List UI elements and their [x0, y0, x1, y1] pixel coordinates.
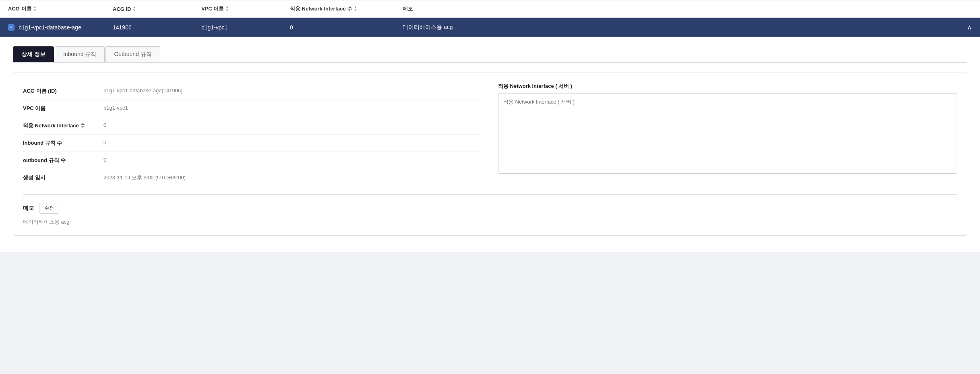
memo-title: 메모 — [23, 205, 34, 212]
row-checkbox[interactable]: ✓ — [8, 24, 14, 31]
detail-info-left: ACG 이름 (ID) b1g1-vpc1-database-age(14190… — [23, 83, 482, 186]
detail-content-container: ACG 이름 (ID) b1g1-vpc1-database-age(14190… — [13, 73, 967, 236]
row-acg-name-cell: ✓ b1g1-vpc1-database-age — [8, 24, 113, 31]
memo-content: 데이터베이스용 acg — [23, 218, 957, 226]
memo-header: 메모 수정 — [23, 203, 957, 214]
detail-info-right: 적용 Network Interface ( 서버 ) 적용 Network I… — [498, 83, 957, 186]
col-header-acg-id[interactable]: ACG ID ▲▼ — [113, 6, 201, 12]
row-memo-cell: 데이터베이스용 acg ∧ — [403, 23, 972, 31]
network-interface-section: 적용 Network Interface ( 서버 ) 적용 Network I… — [498, 83, 957, 174]
tab-inbound[interactable]: Inbound 규칙 — [55, 46, 105, 62]
detail-row-vpc-name: VPC 이름 b1g1-vpc1 — [23, 100, 482, 117]
col-header-acg-name[interactable]: ACG 이름 ▲▼ — [8, 5, 113, 12]
row-network-interface-cell: 0 — [290, 24, 403, 31]
network-interface-box-header: 적용 Network Interface ( 서버 ) — [503, 98, 952, 109]
sort-icon-acg-id: ▲▼ — [133, 6, 136, 12]
memo-section: 메모 수정 데이터베이스용 acg — [23, 194, 957, 226]
chevron-up-icon[interactable]: ∧ — [967, 23, 972, 31]
detail-panel: 상세 정보 Inbound 규칙 Outbound 규칙 ACG 이름 (ID)… — [0, 37, 980, 252]
sort-icon-network-interface: ▲▼ — [354, 6, 357, 12]
row-acg-id-cell: 141906 — [113, 24, 201, 31]
col-header-vpc-name[interactable]: VPC 이름 ▲▼ — [201, 5, 290, 12]
table-header: ACG 이름 ▲▼ ACG ID ▲▼ VPC 이름 ▲▼ 적용 Network… — [0, 0, 980, 18]
sort-icon-vpc-name: ▲▼ — [225, 6, 229, 12]
detail-row-created-at: 생성 일시 2023-11-19 오후 3:02 (UTC+09:00) — [23, 169, 482, 186]
memo-edit-button[interactable]: 수정 — [39, 203, 59, 214]
col-header-memo: 메모 — [403, 5, 972, 12]
tab-detail[interactable]: 상세 정보 — [13, 46, 54, 62]
detail-row-outbound-count: outbound 규칙 수 0 — [23, 152, 482, 169]
detail-row-acg-name-id: ACG 이름 (ID) b1g1-vpc1-database-age(14190… — [23, 83, 482, 100]
tabs-container: 상세 정보 Inbound 규칙 Outbound 규칙 — [13, 46, 967, 63]
col-header-network-interface[interactable]: 적용 Network Interface 수 ▲▼ — [290, 5, 403, 12]
detail-row-inbound-count: Inbound 규칙 수 0 — [23, 135, 482, 152]
table-row-selected[interactable]: ✓ b1g1-vpc1-database-age 141906 b1g1-vpc… — [0, 18, 980, 37]
network-interface-box: 적용 Network Interface ( 서버 ) — [498, 93, 957, 174]
detail-row-network-count: 적용 Network Interface 수 0 — [23, 117, 482, 135]
row-vpc-name-cell: b1g1-vpc1 — [201, 24, 290, 31]
tab-outbound[interactable]: Outbound 규칙 — [105, 46, 160, 62]
sort-icon-acg-name: ▲▼ — [33, 6, 37, 12]
detail-grid: ACG 이름 (ID) b1g1-vpc1-database-age(14190… — [23, 83, 957, 186]
